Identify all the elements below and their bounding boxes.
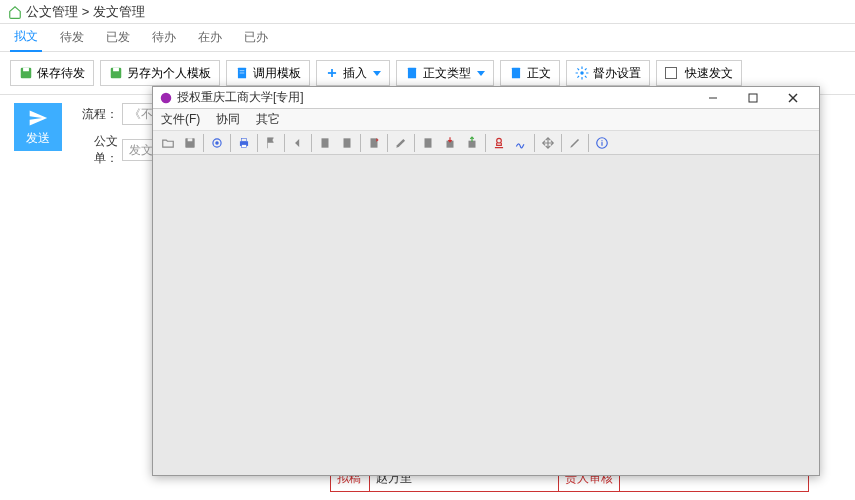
chevron-down-icon bbox=[373, 71, 381, 76]
svg-point-20 bbox=[216, 141, 218, 143]
save-icon bbox=[19, 66, 33, 80]
process-label: 流程： bbox=[74, 106, 122, 123]
svg-rect-3 bbox=[113, 68, 119, 72]
svg-point-30 bbox=[497, 138, 502, 143]
svg-rect-9 bbox=[408, 68, 416, 79]
svg-rect-18 bbox=[188, 138, 193, 141]
supervise-button[interactable]: 督办设置 bbox=[566, 60, 650, 86]
checkbox-icon bbox=[665, 67, 677, 79]
editor-modal: 授权重庆工商大学[专用] 文件(F) 协同 其它 bbox=[152, 86, 820, 476]
info-icon[interactable] bbox=[592, 133, 612, 153]
breadcrumb: 公文管理 > 发文管理 bbox=[26, 3, 145, 21]
send-icon bbox=[28, 108, 48, 128]
move-icon[interactable] bbox=[538, 133, 558, 153]
docup-icon[interactable] bbox=[418, 133, 438, 153]
back-icon[interactable] bbox=[288, 133, 308, 153]
svg-point-11 bbox=[580, 71, 584, 75]
svg-rect-22 bbox=[242, 138, 247, 141]
tabs-bar: 拟文 待发 已发 待办 在办 已办 bbox=[0, 24, 855, 52]
call-template-button[interactable]: 调用模板 bbox=[226, 60, 310, 86]
menu-coord[interactable]: 协同 bbox=[216, 111, 240, 128]
chevron-down-icon bbox=[477, 71, 485, 76]
doc2-icon[interactable] bbox=[337, 133, 357, 153]
send-button[interactable]: 发送 bbox=[14, 103, 62, 151]
quick-send-button[interactable]: 快速发文 bbox=[656, 60, 742, 86]
svg-rect-25 bbox=[344, 138, 351, 147]
docout-icon[interactable] bbox=[462, 133, 482, 153]
menu-other[interactable]: 其它 bbox=[256, 111, 280, 128]
svg-rect-1 bbox=[23, 68, 29, 72]
tab-done[interactable]: 已办 bbox=[240, 23, 272, 51]
svg-rect-27 bbox=[425, 138, 432, 147]
document-icon bbox=[235, 66, 249, 80]
body-type-button[interactable]: 正文类型 bbox=[396, 60, 494, 86]
target-icon[interactable] bbox=[207, 133, 227, 153]
tab-draft[interactable]: 拟文 bbox=[10, 22, 42, 52]
app-icon bbox=[159, 91, 173, 105]
insert-button[interactable]: 插入 bbox=[316, 60, 390, 86]
svg-rect-10 bbox=[512, 68, 520, 79]
flag-icon[interactable] bbox=[261, 133, 281, 153]
minimize-button[interactable] bbox=[693, 88, 733, 108]
svg-point-12 bbox=[161, 92, 172, 103]
save-pending-button[interactable]: 保存待发 bbox=[10, 60, 94, 86]
svg-rect-14 bbox=[749, 94, 757, 102]
home-icon bbox=[8, 5, 22, 19]
print-icon[interactable] bbox=[234, 133, 254, 153]
plus-icon bbox=[325, 66, 339, 80]
svg-rect-23 bbox=[242, 144, 247, 147]
tab-pending-send[interactable]: 待发 bbox=[56, 23, 88, 51]
body-button[interactable]: 正文 bbox=[500, 60, 560, 86]
save-icon bbox=[109, 66, 123, 80]
edit-icon[interactable] bbox=[391, 133, 411, 153]
close-button[interactable] bbox=[773, 88, 813, 108]
tab-in-progress[interactable]: 在办 bbox=[194, 23, 226, 51]
document-icon bbox=[405, 66, 419, 80]
tab-sent[interactable]: 已发 bbox=[102, 23, 134, 51]
doc-label: 公文单： bbox=[74, 133, 122, 167]
svg-rect-24 bbox=[322, 138, 329, 147]
pen-icon[interactable] bbox=[565, 133, 585, 153]
document-icon bbox=[509, 66, 523, 80]
docin-icon[interactable] bbox=[440, 133, 460, 153]
open-icon[interactable] bbox=[158, 133, 178, 153]
menu-file[interactable]: 文件(F) bbox=[161, 111, 200, 128]
save-as-template-button[interactable]: 另存为个人模板 bbox=[100, 60, 220, 86]
maximize-button[interactable] bbox=[733, 88, 773, 108]
sign-icon[interactable] bbox=[511, 133, 531, 153]
editor-canvas[interactable] bbox=[153, 155, 819, 475]
doc1-icon[interactable] bbox=[315, 133, 335, 153]
tab-todo[interactable]: 待办 bbox=[148, 23, 180, 51]
save-icon[interactable] bbox=[180, 133, 200, 153]
gear-icon bbox=[575, 66, 589, 80]
modal-title: 授权重庆工商大学[专用] bbox=[177, 89, 693, 106]
stamp-icon[interactable] bbox=[489, 133, 509, 153]
docflag-icon[interactable] bbox=[364, 133, 384, 153]
